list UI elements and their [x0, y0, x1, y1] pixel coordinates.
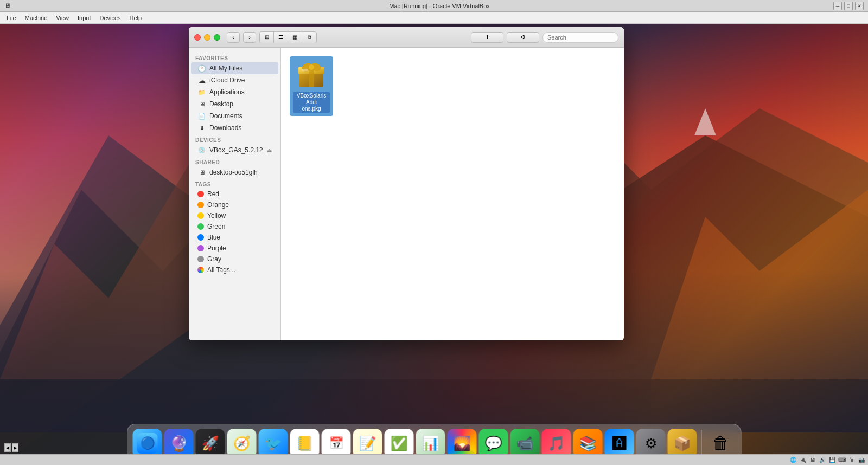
vbox-menu-machine[interactable]: Machine — [21, 14, 52, 22]
vbox-close-button[interactable]: ✕ — [855, 2, 864, 10]
all-tags-dot — [197, 267, 204, 273]
finder-toolbar: ‹ › ⊞ ☰ ▦ ⧉ ⬆ ⚙ — [227, 31, 618, 43]
sidebar-tag-gray[interactable]: Gray — [191, 254, 278, 264]
dock-divider — [701, 430, 702, 457]
finder-icon-view-button[interactable]: ⊞ — [260, 32, 274, 43]
finder-maximize-button[interactable] — [214, 34, 220, 41]
finder-body: Favorites 🕐 All My Files ☁ iCloud Drive … — [189, 48, 624, 340]
finder-search-input[interactable] — [542, 32, 618, 43]
devices-section-label: Devices — [189, 134, 280, 144]
dock-app-notes[interactable]: 📝 — [353, 429, 382, 458]
dock-app-siri[interactable]: 🔮 — [164, 429, 194, 458]
blue-tag-label: Blue — [207, 234, 220, 241]
eject-icon[interactable]: ⏏ — [267, 147, 272, 153]
icloud-drive-icon: ☁ — [197, 76, 206, 85]
vbox-menu-view[interactable]: View — [52, 14, 73, 22]
dock-app-reminders[interactable]: ✅ — [385, 429, 414, 458]
status-icons: 🌐 🔌 🖥 🔊 💾 ⌨ 🖱 📷 — [789, 456, 866, 464]
finder-back-button[interactable]: ‹ — [227, 32, 240, 43]
finder-cover-view-button[interactable]: ⧉ — [302, 32, 316, 43]
vbox-restore-button[interactable]: □ — [844, 2, 853, 10]
scroll-left-button[interactable]: ◀ — [4, 443, 11, 452]
snapshot-status-icon[interactable]: 📷 — [857, 456, 866, 464]
dock-app-books[interactable]: 📚 — [573, 429, 603, 458]
finder-list-view-button[interactable]: ☰ — [274, 32, 288, 43]
dock-app-calendar[interactable]: 📅 — [322, 429, 351, 458]
svg-rect-17 — [302, 69, 308, 71]
sidebar-item-downloads[interactable]: ⬇ Downloads — [191, 122, 278, 134]
vbox-window-controls: ─ □ ✕ — [833, 2, 864, 10]
vbox-menu-input[interactable]: Input — [73, 14, 95, 22]
red-tag-dot — [197, 191, 204, 197]
dock-app-launchpad[interactable]: 🚀 — [196, 429, 225, 458]
sidebar-item-applications[interactable]: 📁 Applications — [191, 86, 278, 98]
pkg-file-icon — [296, 60, 327, 90]
sidebar-tag-red[interactable]: Red — [191, 189, 278, 199]
network-status-icon[interactable]: 🌐 — [789, 456, 797, 464]
dock-app-installer[interactable]: 📦 — [668, 429, 697, 458]
vbox-menu-help[interactable]: Help — [125, 14, 146, 22]
file-item-vboxsolaris[interactable]: VBoxSolarisAddions.pkg — [290, 56, 333, 116]
finder-share-button[interactable]: ⬆ — [471, 32, 503, 43]
scroll-right-button[interactable]: ▶ — [12, 443, 18, 452]
dock-app-safari[interactable]: 🧭 — [227, 429, 257, 458]
dock-app-facetime[interactable]: 📹 — [510, 429, 540, 458]
sidebar-tag-yellow[interactable]: Yellow — [191, 210, 278, 221]
sidebar-item-icloud-drive[interactable]: ☁ iCloud Drive — [191, 74, 278, 86]
sidebar-item-desktop[interactable]: 🖥 Desktop — [191, 98, 278, 110]
dock-app-twitter[interactable]: 🐦 — [259, 429, 288, 458]
vbox-minimize-button[interactable]: ─ — [833, 2, 842, 10]
display-status-icon[interactable]: 🖥 — [808, 456, 817, 464]
sidebar-tag-green[interactable]: Green — [191, 221, 278, 232]
finder-sidebar: Favorites 🕐 All My Files ☁ iCloud Drive … — [189, 48, 281, 340]
audio-status-icon[interactable]: 🔊 — [818, 456, 827, 464]
icloud-drive-label: iCloud Drive — [209, 76, 245, 84]
finder-titlebar: ‹ › ⊞ ☰ ▦ ⧉ ⬆ ⚙ — [189, 27, 624, 48]
vm-window: ‹ › ⊞ ☰ ▦ ⧉ ⬆ ⚙ Favorites — [0, 24, 868, 465]
vbox-menu-devices[interactable]: Devices — [95, 14, 125, 22]
dock-app-messages[interactable]: 💬 — [479, 429, 508, 458]
dock-app-contacts[interactable]: 📒 — [290, 429, 320, 458]
dock-app-photos[interactable]: 🌄 — [448, 429, 477, 458]
sidebar-item-all-my-files[interactable]: 🕐 All My Files — [191, 62, 278, 74]
svg-rect-13 — [309, 67, 314, 87]
desktop-shared-icon: 🖥 — [197, 168, 206, 177]
file-label: VBoxSolarisAddions.pkg — [293, 92, 330, 113]
all-my-files-icon: 🕐 — [197, 64, 206, 73]
sidebar-item-desktop-shared[interactable]: 🖥 desktop-oo51glh — [191, 166, 278, 178]
sidebar-tag-blue[interactable]: Blue — [191, 232, 278, 243]
sidebar-tag-orange[interactable]: Orange — [191, 199, 278, 210]
usb-status-icon[interactable]: 🔌 — [799, 456, 807, 464]
sidebar-tag-all-tags[interactable]: All Tags... — [191, 264, 278, 275]
finder-column-view-button[interactable]: ▦ — [288, 32, 302, 43]
finder-forward-button[interactable]: › — [243, 32, 256, 43]
purple-tag-label: Purple — [207, 244, 226, 252]
finder-close-button[interactable] — [194, 34, 201, 41]
storage-status-icon[interactable]: 💾 — [828, 456, 837, 464]
dock-app-music[interactable]: 🎵 — [542, 429, 571, 458]
dock-app-finder[interactable]: 🔵 — [133, 429, 162, 458]
sidebar-item-documents[interactable]: 📄 Documents — [191, 110, 278, 122]
vbox-statusbar: ◀ ▶ 🌐 🔌 🖥 🔊 💾 ⌨ 🖱 📷 — [0, 454, 868, 465]
downloads-label: Downloads — [209, 124, 241, 132]
mouse-status-icon[interactable]: 🖱 — [847, 456, 856, 464]
dock-app-trash[interactable]: 🗑 — [706, 429, 736, 458]
dock-app-ical[interactable]: 📊 — [416, 429, 445, 458]
gray-tag-dot — [197, 256, 204, 262]
finder-minimize-button[interactable] — [204, 34, 210, 41]
orange-tag-dot — [197, 202, 204, 208]
finder-content[interactable]: VBoxSolarisAddions.pkg — [281, 48, 624, 340]
sidebar-item-vbox-gas[interactable]: 💿 VBox_GAs_5.2.12 ⏏ — [191, 144, 278, 156]
documents-label: Documents — [209, 112, 242, 120]
finder-action-button[interactable]: ⚙ — [507, 32, 539, 43]
documents-icon: 📄 — [197, 112, 206, 120]
vbox-menu-file[interactable]: File — [2, 14, 21, 22]
favorites-section-label: Favorites — [189, 52, 280, 62]
keyboard-status-icon[interactable]: ⌨ — [838, 456, 846, 464]
dock-app-appstore[interactable]: 🅰 — [605, 429, 634, 458]
svg-point-16 — [309, 64, 314, 70]
applications-icon: 📁 — [197, 88, 206, 96]
finder-window: ‹ › ⊞ ☰ ▦ ⧉ ⬆ ⚙ Favorites — [189, 27, 624, 340]
dock-app-system-preferences[interactable]: ⚙ — [636, 429, 666, 458]
sidebar-tag-purple[interactable]: Purple — [191, 243, 278, 254]
